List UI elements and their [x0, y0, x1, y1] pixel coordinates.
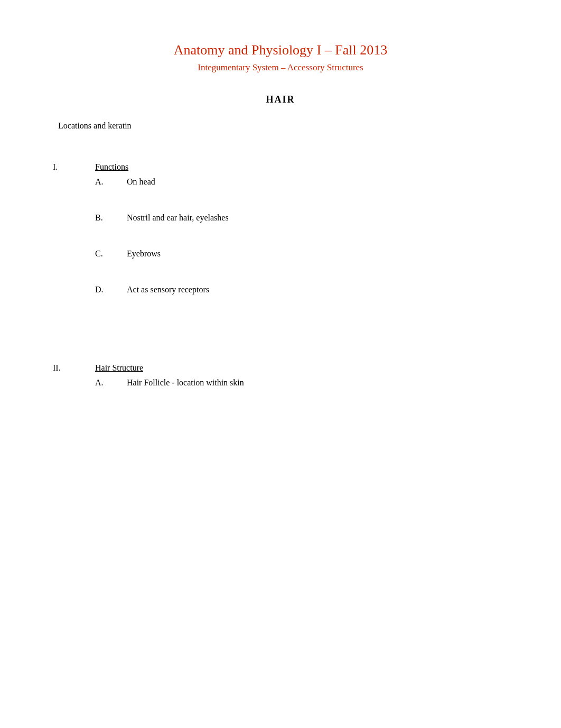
intro-text: Locations and keratin [58, 121, 508, 131]
text-eyebrows: Eyebrows [127, 249, 161, 259]
text-nostril: Nostril and ear hair, eyelashes [127, 213, 229, 223]
label-c: C. [95, 249, 127, 259]
label-ii-a: A. [95, 378, 127, 388]
main-title: Anatomy and Physiology I – Fall 2013 [53, 42, 508, 58]
level1-item-functions: I. Functions [53, 162, 508, 172]
list-item: D. Act as sensory receptors [95, 285, 508, 294]
hair-structure-list: A. Hair Follicle - location within skin [95, 378, 508, 388]
level1-label-ii: II. [53, 363, 95, 373]
list-item: A. Hair Follicle - location within skin [95, 378, 508, 388]
list-item: A. On head [95, 177, 508, 187]
section-i: I. Functions A. On head B. Nostril and e… [53, 162, 508, 321]
text-on-head: On head [127, 177, 155, 187]
label-d: D. [95, 285, 127, 294]
page-header: Anatomy and Physiology I – Fall 2013 Int… [53, 42, 508, 73]
level1-text-hair-structure: Hair Structure [95, 363, 143, 373]
level1-text-functions: Functions [95, 162, 128, 172]
subtitle: Integumentary System – Accessory Structu… [53, 62, 508, 73]
level1-label-i: I. [53, 162, 95, 172]
level1-item-hair-structure: II. Hair Structure [53, 363, 508, 373]
outline: I. Functions A. On head B. Nostril and e… [53, 162, 508, 425]
list-item: C. Eyebrows [95, 249, 508, 259]
label-a: A. [95, 177, 127, 187]
list-item: B. Nostril and ear hair, eyelashes [95, 213, 508, 223]
functions-list: A. On head B. Nostril and ear hair, eyel… [95, 177, 508, 294]
hair-heading: HAIR [53, 94, 508, 105]
text-hair-follicle: Hair Follicle - location within skin [127, 378, 244, 388]
section-ii: II. Hair Structure A. Hair Follicle - lo… [53, 363, 508, 414]
text-sensory: Act as sensory receptors [127, 285, 209, 294]
label-b: B. [95, 213, 127, 223]
